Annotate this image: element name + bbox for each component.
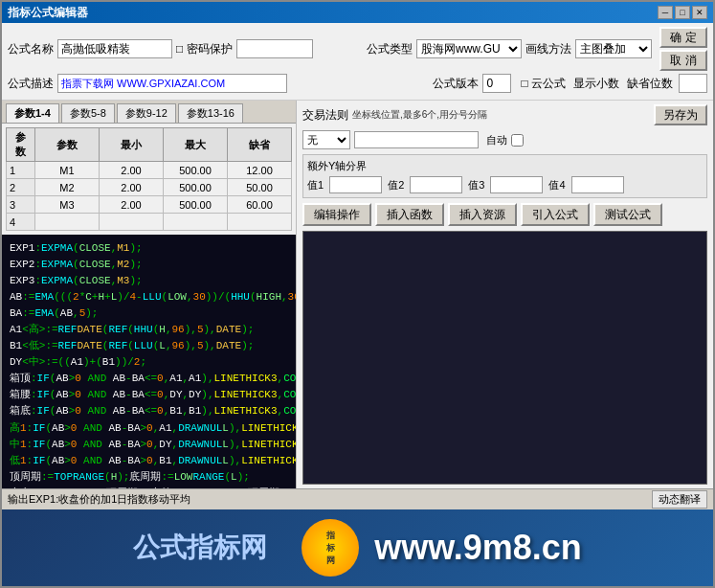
insert-resource-button[interactable]: 插入资源	[448, 203, 517, 226]
coord-label: 坐标线位置,最多6个,用分号分隔	[352, 108, 487, 122]
code-line: DY<中>:=((A1)+(B1))/2;	[10, 354, 288, 371]
top-row-1: 公式名称 □ 密码保护 公式类型 股海网www.GU 画线方法 主图叠加 确 定…	[8, 27, 707, 71]
param-min-2[interactable]	[100, 179, 164, 196]
trade-rule-row: 交易法则 坐标线位置,最多6个,用分号分隔 另存为	[302, 104, 707, 125]
param-default-input-2[interactable]	[231, 182, 288, 193]
code-line: B1<低>:=REFDATE(REF(LLU(L,96),5),DATE);	[10, 338, 288, 354]
param-max-4[interactable]	[164, 214, 228, 231]
trade-rule-label: 交易法则	[302, 107, 348, 124]
formula-version-label: 公式版本	[433, 76, 479, 92]
formula-desc-input[interactable]	[57, 74, 287, 93]
param-default-input-1[interactable]	[231, 165, 288, 176]
param-name-2[interactable]	[35, 179, 100, 196]
val1-input[interactable]	[329, 176, 382, 193]
formula-desc-label: 公式描述	[8, 76, 54, 92]
param-name-4[interactable]	[35, 214, 100, 231]
minimize-button[interactable]: ─	[658, 6, 673, 19]
action-buttons: 编辑操作 插入函数 插入资源 引入公式 测试公式	[302, 203, 707, 226]
watermark-left-text: 公式指标网	[133, 530, 267, 566]
param-min-1[interactable]	[100, 162, 164, 179]
default-digits-label: 缺省位数	[627, 76, 673, 92]
tab-params-5-8[interactable]: 参数5-8	[61, 103, 115, 123]
val2-input[interactable]	[410, 176, 462, 193]
param-default-input-4[interactable]	[231, 216, 288, 228]
formula-name-label: 公式名称	[8, 41, 54, 57]
tab-params-13-16[interactable]: 参数13-16	[178, 103, 243, 123]
param-name-input-1[interactable]	[38, 165, 96, 176]
import-formula-button[interactable]: 引入公式	[521, 203, 590, 226]
param-max-1[interactable]	[164, 162, 228, 179]
insert-function-button[interactable]: 插入函数	[375, 203, 444, 226]
draw-method-label: 画线方法	[525, 41, 571, 57]
param-min-input-2[interactable]	[102, 182, 160, 193]
param-min-input-3[interactable]	[102, 199, 160, 211]
show-small-label: 显示小数	[573, 76, 619, 92]
param-max-input-3[interactable]	[167, 199, 224, 211]
code-line: 箱顶:IF(AB>0 AND AB-BA<=0,A1,A1),LINETHICK…	[10, 371, 288, 387]
formula-type-select[interactable]: 股海网www.GU	[416, 39, 522, 58]
param-name-1[interactable]	[35, 162, 100, 179]
param-default-3[interactable]	[228, 196, 292, 214]
tabs-row: 参数1-4 参数5-8 参数9-12 参数13-16	[2, 101, 296, 124]
axis-section: 额外Y轴分界 值1 值2 值3 值4	[302, 154, 707, 198]
param-max-input-1[interactable]	[167, 165, 224, 176]
param-name-3[interactable]	[35, 196, 100, 214]
param-name-input-3[interactable]	[38, 199, 96, 211]
tab-params-1-4[interactable]: 参数1-4	[6, 103, 59, 123]
confirm-button[interactable]: 确 定	[659, 27, 707, 48]
val4-input[interactable]	[571, 176, 624, 193]
translate-button[interactable]: 动态翻译	[652, 490, 707, 509]
close-button[interactable]: ✕	[692, 6, 707, 19]
val2-label: 值2	[388, 178, 404, 192]
param-max-input-2[interactable]	[167, 182, 224, 193]
param-default-4[interactable]	[228, 214, 292, 231]
param-default-1[interactable]	[228, 162, 292, 179]
col-num: 参数	[7, 128, 35, 162]
val3-input[interactable]	[490, 176, 543, 193]
code-editor[interactable]: EXP1:EXPMA(CLOSE,M1);EXP2:EXPMA(CLOSE,M2…	[2, 235, 296, 488]
password-input[interactable]	[236, 39, 313, 58]
row-num-4: 4	[7, 214, 35, 231]
code-line: EXP3:EXPMA(CLOSE,M3);	[10, 273, 288, 289]
param-default-2[interactable]	[228, 179, 292, 196]
title-buttons: ─ □ ✕	[658, 6, 707, 19]
param-default-input-3[interactable]	[231, 199, 288, 211]
col-name: 参数	[35, 128, 100, 162]
row-num-1: 1	[7, 162, 35, 179]
auto-checkbox[interactable]	[511, 134, 524, 147]
test-formula-button[interactable]: 测试公式	[593, 203, 662, 226]
param-max-input-4[interactable]	[167, 216, 224, 228]
row-num-2: 2	[7, 179, 35, 196]
cancel-button[interactable]: 取 消	[659, 50, 707, 71]
param-name-input-2[interactable]	[38, 182, 96, 193]
param-row-3: 3	[7, 196, 292, 214]
edit-ops-button[interactable]: 编辑操作	[302, 203, 371, 226]
watermark-right-text: www.9m8.cn	[374, 528, 582, 568]
param-min-input-1[interactable]	[102, 165, 160, 176]
code-line: 箱腰:IF(AB>0 AND AB-BA<=0,DY,DY),LINETHICK…	[10, 387, 288, 403]
param-min-4[interactable]	[100, 214, 164, 231]
formula-name-input[interactable]	[57, 39, 172, 58]
split-container: 参数1-4 参数5-8 参数9-12 参数13-16 参数 参数 最小 最大 缺…	[2, 101, 713, 488]
coord-input[interactable]	[354, 131, 479, 148]
watermark-logo: 指标网	[302, 519, 359, 577]
default-digits-input[interactable]	[679, 74, 707, 93]
param-table-area: 参数 参数 最小 最大 缺省 1 2 3	[2, 124, 296, 235]
param-min-input-4[interactable]	[102, 216, 160, 228]
watermark-banner: 公式指标网 指标网 www.9m8.cn	[2, 509, 713, 586]
window-title: 指标公式编辑器	[8, 5, 88, 21]
draw-method-select[interactable]: 主图叠加	[575, 39, 652, 58]
trade-rule-select[interactable]: 无	[302, 130, 350, 149]
tab-params-9-12[interactable]: 参数9-12	[117, 103, 176, 123]
maximize-button[interactable]: □	[675, 6, 690, 19]
param-max-2[interactable]	[164, 179, 228, 196]
formula-version-input[interactable]	[482, 74, 511, 93]
auto-label: 自动	[486, 133, 507, 147]
code-line: 顶周期:=TOPRANGE(H);底周期:=LOWRANGE(L);	[10, 469, 288, 486]
param-name-input-4[interactable]	[38, 216, 96, 228]
save-as-button[interactable]: 另存为	[654, 104, 707, 125]
param-max-3[interactable]	[164, 196, 228, 214]
param-min-3[interactable]	[100, 196, 164, 214]
output-status: 输出EXP1:收盘价的加1日指数移动平均	[8, 492, 190, 507]
param-table: 参数 参数 最小 最大 缺省 1 2 3	[6, 127, 292, 231]
